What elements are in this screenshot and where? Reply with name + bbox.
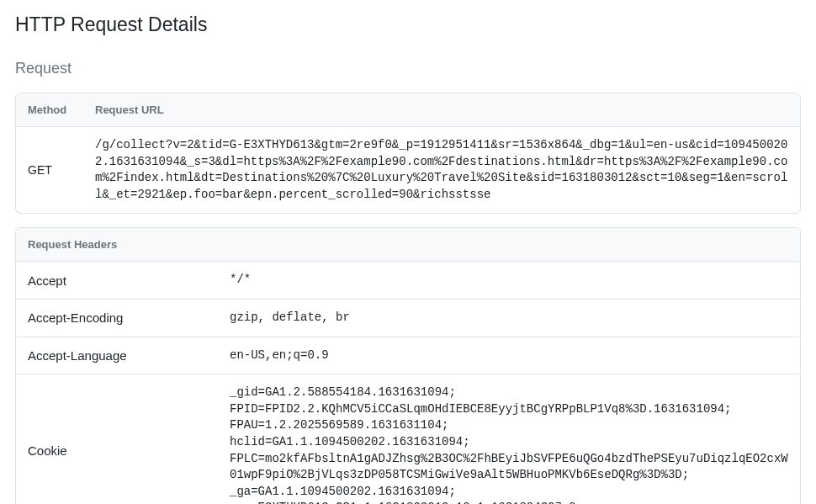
request-headers-title: Request Headers — [16, 228, 800, 262]
header-value: gzip, deflate, br — [218, 299, 800, 337]
request-table: Method Request URL GET /g/collect?v=2&ti… — [16, 93, 800, 213]
header-name: Accept-Encoding — [16, 299, 218, 337]
request-panel: Method Request URL GET /g/collect?v=2&ti… — [15, 93, 801, 214]
request-url: /g/collect?v=2&tid=G-E3XTHYD613&gtm=2re9… — [83, 127, 800, 214]
header-name: Accept — [16, 262, 218, 300]
request-headers-panel: Request Headers Accept*/*Accept-Encoding… — [15, 227, 801, 504]
header-name: Cookie — [16, 374, 218, 504]
header-name: Accept-Language — [16, 337, 218, 374]
header-row: Cookie_gid=GA1.2.588554184.1631631094; F… — [16, 374, 800, 504]
header-value: _gid=GA1.2.588554184.1631631094; FPID=FP… — [218, 374, 800, 504]
page-title: HTTP Request Details — [15, 13, 801, 36]
request-row: GET /g/collect?v=2&tid=G-E3XTHYD613&gtm=… — [16, 127, 800, 214]
col-method: Method — [16, 93, 83, 127]
header-row: Accept-Encodinggzip, deflate, br — [16, 299, 800, 337]
request-headers-table: Request Headers Accept*/*Accept-Encoding… — [16, 228, 800, 504]
request-section-title: Request — [15, 60, 801, 77]
header-value: en-US,en;q=0.9 — [218, 337, 800, 374]
header-value: */* — [218, 262, 800, 300]
request-method: GET — [16, 127, 83, 214]
header-row: Accept-Languageen-US,en;q=0.9 — [16, 337, 800, 374]
header-row: Accept*/* — [16, 262, 800, 300]
col-url: Request URL — [83, 93, 800, 127]
